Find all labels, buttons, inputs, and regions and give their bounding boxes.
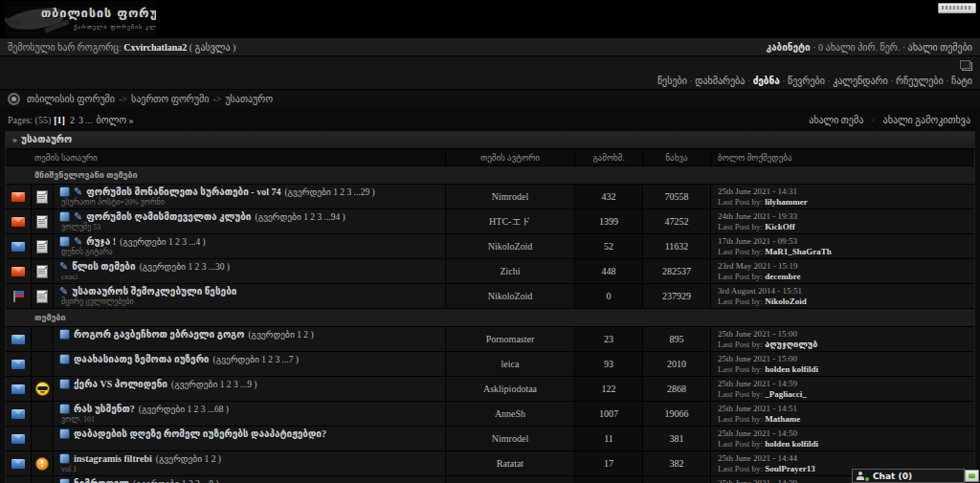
- new-topic-link[interactable]: ახალი თემა: [809, 115, 863, 125]
- topic-title-link[interactable]: უსათაუროს შემოკლებული წესები: [72, 286, 236, 296]
- topic-pages-links[interactable]: (გვერდები 1 2 ): [156, 453, 221, 464]
- topic-pages-links[interactable]: (გვერდები 1 2 3 ...29 ): [284, 187, 374, 197]
- nav-link-0[interactable]: წესები: [657, 76, 687, 86]
- go-to-unread-icon[interactable]: [59, 428, 70, 439]
- breadcrumb-link-0[interactable]: თბილისის ფორუმი: [27, 94, 115, 104]
- go-to-unread-icon[interactable]: [59, 404, 70, 414]
- nav-link-5[interactable]: რჩეულები: [896, 76, 944, 86]
- last-post-user-link[interactable]: MaR1_ShaGraTh: [765, 247, 832, 256]
- topic-title-link[interactable]: ფორუმის მონაწილეთა სურათები - vol 74: [86, 187, 280, 197]
- chat-label[interactable]: Chat (0): [873, 472, 912, 481]
- topic-title-link[interactable]: რას უსმენთ?: [74, 404, 135, 414]
- col-header-title: თემის სათაური: [6, 149, 445, 165]
- topic-author-link[interactable]: Ratatat: [497, 458, 523, 469]
- new-posts-envelope-icon: [11, 459, 25, 469]
- topic-title-link[interactable]: ქერა VS პოლიდენი: [74, 379, 167, 389]
- topic-author-link[interactable]: Zichi: [500, 266, 520, 276]
- logout-link[interactable]: ( გასვლა ): [189, 42, 236, 53]
- topic-pages-links[interactable]: (გვერდები 1 2 3 ...30 ): [140, 261, 230, 272]
- current-username[interactable]: Cxvirchatlana2: [123, 42, 187, 53]
- go-to-unread-icon[interactable]: [59, 354, 70, 364]
- last-post-user-link[interactable]: holden kolfildi: [765, 364, 818, 374]
- page-link-3[interactable]: 3: [78, 115, 83, 125]
- topic-title-link[interactable]: ნიმროდელ: [74, 478, 129, 483]
- topic-author-link[interactable]: NikoloZoid: [488, 291, 533, 301]
- topic-pages-links[interactable]: (გვერდები 1 2 3 ...68 ): [139, 404, 229, 414]
- topic-title-link[interactable]: დაახასიათე ზემოთა იუზერი: [74, 354, 210, 364]
- topic-author-link[interactable]: Asklipiodotaa: [483, 384, 537, 394]
- last-post-user-link[interactable]: NikoloZoid: [765, 296, 807, 306]
- chat-side-button[interactable]: [965, 470, 979, 482]
- topic-title-link[interactable]: წლის თემები: [72, 261, 135, 272]
- page-link-2[interactable]: 2: [70, 115, 75, 125]
- last-post-user-link[interactable]: _Pagliacci_: [765, 389, 807, 399]
- breadcrumb-link-2[interactable]: უსათაურო: [225, 94, 273, 104]
- topic-title-link[interactable]: რუჯა !: [86, 236, 116, 247]
- topic-replies-cell: 23: [574, 327, 642, 351]
- topic-pages-links[interactable]: (გვერდები 1 2 3 ...94 ): [255, 211, 345, 222]
- windows-icon[interactable]: [962, 62, 972, 71]
- last-post-user-link[interactable]: lilyhammer: [765, 197, 808, 207]
- top-right-mini-button[interactable]: [938, 3, 976, 13]
- topic-author-link[interactable]: Nimrodel: [492, 191, 528, 202]
- board-title-bar[interactable]: »უსათაურო: [6, 132, 974, 148]
- topic-author-link[interactable]: AnneSh: [495, 408, 525, 419]
- go-to-unread-icon[interactable]: [59, 211, 70, 222]
- topic-title-link[interactable]: დაბადების დღეზე რომელ იუზერებს დააპატიჟე…: [74, 428, 326, 439]
- topic-pages-links[interactable]: (გვერდები 1 2 3 ...9 ): [171, 379, 257, 389]
- current-page: [1]: [54, 115, 65, 125]
- nav-link-3[interactable]: წევრები: [788, 76, 825, 86]
- topic-row: ✎წლის თემები(გვერდები 1 2 3 ...30 )cxoci…: [6, 258, 974, 283]
- topic-author-link[interactable]: HTC-エド: [489, 215, 531, 229]
- last-post-user-link[interactable]: Mathame: [765, 414, 800, 424]
- topic-author-link[interactable]: Nimrodel: [492, 433, 528, 444]
- topic-pages-links[interactable]: (გვერდები 1 2 3 ...7 ): [213, 354, 300, 364]
- topic-replies-cell: 17: [574, 451, 642, 475]
- nav-link-4[interactable]: კალენდარი: [833, 76, 888, 86]
- topic-author-link[interactable]: Pornomaster: [486, 334, 535, 344]
- chat-widget[interactable]: Chat (0): [852, 469, 965, 483]
- last-post-user-link[interactable]: SoulPrayer13: [765, 464, 815, 473]
- topic-pages-links[interactable]: (გვერდები 1 2 3 ...8 ): [133, 478, 219, 483]
- topic-author-link[interactable]: leica: [501, 359, 520, 369]
- new-topics-link[interactable]: ახალი თემები: [908, 42, 972, 53]
- topic-title-line: ნიმროდელ(გვერდები 1 2 3 ...8 ): [59, 478, 441, 483]
- nav-link-6[interactable]: ჩატი: [951, 76, 972, 86]
- topic-author-cell: HTC-エド: [445, 209, 574, 233]
- cabinet-link[interactable]: კაბინეტი: [766, 42, 810, 53]
- topic-pages-links[interactable]: (გვერდები 1 2 3 ...4 ): [120, 236, 206, 247]
- last-post-label: Last Post by:: [718, 439, 763, 449]
- topic-pages-links[interactable]: (გვერდები 1 2 ): [248, 329, 313, 340]
- go-to-unread-icon[interactable]: [59, 236, 70, 247]
- topic-title-link[interactable]: ფორუმის ღამისმთეველთა კლუბი: [86, 211, 251, 222]
- last-post-user-link[interactable]: holden kolfildi: [765, 439, 818, 449]
- last-post-label: Last Post by:: [718, 197, 763, 207]
- views-count: 2868: [667, 384, 686, 394]
- forum-logo[interactable]: თბილისის ფორუმი ქართული ფორუმის კლუბი: [5, 1, 156, 37]
- logo-subtitle: ქართული ფორუმის კლუბი: [74, 23, 156, 30]
- topic-title-link[interactable]: როგორ გავბეჩხოთ ებრაელი გოგო: [74, 329, 244, 340]
- go-to-unread-icon[interactable]: [59, 329, 70, 340]
- online-user-icon: [857, 472, 864, 480]
- go-to-unread-icon[interactable]: [59, 453, 70, 464]
- new-poll-link[interactable]: ახალი გამოკითხვა: [883, 115, 970, 125]
- pm-status[interactable]: 0 ახალი პირ. წერ.: [818, 42, 900, 53]
- go-to-unread-icon[interactable]: [59, 379, 70, 389]
- last-post-user-link[interactable]: აღუჯღილუბ: [765, 340, 817, 349]
- last-post-user-link[interactable]: decembre: [765, 272, 800, 281]
- nav-link-1[interactable]: დახმარება: [695, 76, 745, 86]
- last-page-link[interactable]: ბოლო »: [96, 115, 133, 125]
- go-to-unread-icon[interactable]: [59, 478, 70, 483]
- nav-link-2[interactable]: ძებნა: [753, 76, 780, 86]
- topic-title-line: ქერა VS პოლიდენი(გვერდები 1 2 3 ...9 ): [59, 379, 441, 389]
- last-post-label: Last Post by:: [718, 272, 763, 281]
- topic-title-link[interactable]: instagramis filtrebi: [74, 453, 152, 464]
- hot-new-posts-envelope-icon: [11, 217, 25, 227]
- go-to-unread-icon[interactable]: [59, 187, 70, 197]
- hot-new-posts-envelope-icon: [11, 192, 25, 202]
- breadcrumb-link-1[interactable]: საერთო ფორუმი: [131, 94, 209, 104]
- topic-author-link[interactable]: NikoloZoid: [488, 241, 533, 252]
- last-action-cell: 25th June 2021 - 14:31Last Post by: lily…: [710, 185, 974, 209]
- user-bar: შემოსული ხარ როგორც: Cxvirchatlana2 ( გა…: [0, 38, 980, 56]
- last-post-user-link[interactable]: KickOff: [765, 222, 795, 231]
